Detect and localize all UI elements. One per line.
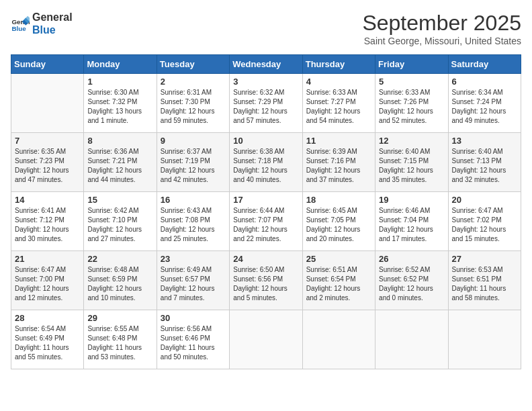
calendar-cell: 20Sunrise: 6:47 AM Sunset: 7:02 PM Dayli… <box>448 192 521 251</box>
day-info: Sunrise: 6:39 AM Sunset: 7:16 PM Dayligh… <box>306 147 371 185</box>
day-info: Sunrise: 6:47 AM Sunset: 7:00 PM Dayligh… <box>15 265 80 303</box>
day-number: 29 <box>87 313 152 323</box>
day-number: 9 <box>161 136 226 146</box>
calendar-header-row: SundayMondayTuesdayWednesdayThursdayFrid… <box>11 55 521 74</box>
day-info: Sunrise: 6:31 AM Sunset: 7:30 PM Dayligh… <box>161 88 226 126</box>
day-number: 11 <box>306 136 371 146</box>
calendar-cell: 1Sunrise: 6:30 AM Sunset: 7:32 PM Daylig… <box>84 74 157 133</box>
day-number: 16 <box>161 195 226 205</box>
calendar-cell: 26Sunrise: 6:52 AM Sunset: 6:52 PM Dayli… <box>375 251 448 310</box>
calendar-week-row: 14Sunrise: 6:41 AM Sunset: 7:12 PM Dayli… <box>11 192 521 251</box>
calendar-cell: 19Sunrise: 6:46 AM Sunset: 7:04 PM Dayli… <box>375 192 448 251</box>
day-info: Sunrise: 6:50 AM Sunset: 6:56 PM Dayligh… <box>233 265 298 303</box>
calendar-cell: 4Sunrise: 6:33 AM Sunset: 7:27 PM Daylig… <box>302 74 375 133</box>
day-number: 13 <box>452 136 517 146</box>
day-number: 26 <box>379 254 444 264</box>
calendar-cell: 21Sunrise: 6:47 AM Sunset: 7:00 PM Dayli… <box>11 251 84 310</box>
day-info: Sunrise: 6:40 AM Sunset: 7:13 PM Dayligh… <box>452 147 517 185</box>
day-info: Sunrise: 6:37 AM Sunset: 7:19 PM Dayligh… <box>161 147 226 185</box>
weekday-header: Sunday <box>11 55 84 74</box>
day-info: Sunrise: 6:34 AM Sunset: 7:24 PM Dayligh… <box>452 88 517 126</box>
page-header: General Blue General Blue September 2025… <box>11 11 521 46</box>
day-number: 25 <box>306 254 371 264</box>
day-number: 15 <box>87 195 152 205</box>
calendar-cell: 13Sunrise: 6:40 AM Sunset: 7:13 PM Dayli… <box>448 133 521 192</box>
calendar-cell <box>230 310 302 369</box>
day-number: 21 <box>15 254 80 264</box>
day-info: Sunrise: 6:55 AM Sunset: 6:48 PM Dayligh… <box>87 324 152 362</box>
month-title: September 2025 <box>362 11 521 36</box>
day-info: Sunrise: 6:33 AM Sunset: 7:26 PM Dayligh… <box>379 88 444 126</box>
day-info: Sunrise: 6:56 AM Sunset: 6:46 PM Dayligh… <box>161 324 226 362</box>
title-block: September 2025 Saint George, Missouri, U… <box>362 11 521 46</box>
day-info: Sunrise: 6:46 AM Sunset: 7:04 PM Dayligh… <box>379 206 444 244</box>
calendar-cell: 10Sunrise: 6:38 AM Sunset: 7:18 PM Dayli… <box>230 133 302 192</box>
day-number: 27 <box>452 254 517 264</box>
weekday-header: Saturday <box>448 55 521 74</box>
day-number: 20 <box>452 195 517 205</box>
calendar-cell: 29Sunrise: 6:55 AM Sunset: 6:48 PM Dayli… <box>84 310 157 369</box>
day-info: Sunrise: 6:41 AM Sunset: 7:12 PM Dayligh… <box>15 206 80 244</box>
day-info: Sunrise: 6:36 AM Sunset: 7:21 PM Dayligh… <box>87 147 152 185</box>
logo-icon: General Blue <box>11 14 30 33</box>
calendar-cell: 25Sunrise: 6:51 AM Sunset: 6:54 PM Dayli… <box>302 251 375 310</box>
calendar-week-row: 1Sunrise: 6:30 AM Sunset: 7:32 PM Daylig… <box>11 74 521 133</box>
day-number: 7 <box>15 136 80 146</box>
calendar-cell: 12Sunrise: 6:40 AM Sunset: 7:15 PM Dayli… <box>375 133 448 192</box>
day-number: 5 <box>379 77 444 87</box>
day-info: Sunrise: 6:54 AM Sunset: 6:49 PM Dayligh… <box>15 324 80 362</box>
calendar-table: SundayMondayTuesdayWednesdayThursdayFrid… <box>11 54 521 369</box>
calendar-body: 1Sunrise: 6:30 AM Sunset: 7:32 PM Daylig… <box>11 74 521 369</box>
day-number: 17 <box>233 195 298 205</box>
calendar-cell: 15Sunrise: 6:42 AM Sunset: 7:10 PM Dayli… <box>84 192 157 251</box>
day-number: 24 <box>233 254 298 264</box>
calendar-cell <box>302 310 375 369</box>
day-number: 18 <box>306 195 371 205</box>
day-info: Sunrise: 6:32 AM Sunset: 7:29 PM Dayligh… <box>233 88 298 126</box>
calendar-cell: 8Sunrise: 6:36 AM Sunset: 7:21 PM Daylig… <box>84 133 157 192</box>
calendar-cell <box>448 310 521 369</box>
day-number: 3 <box>233 77 298 87</box>
day-info: Sunrise: 6:38 AM Sunset: 7:18 PM Dayligh… <box>233 147 298 185</box>
day-info: Sunrise: 6:47 AM Sunset: 7:02 PM Dayligh… <box>452 206 517 244</box>
calendar-cell: 30Sunrise: 6:56 AM Sunset: 6:46 PM Dayli… <box>157 310 229 369</box>
day-number: 2 <box>161 77 226 87</box>
day-number: 4 <box>306 77 371 87</box>
day-info: Sunrise: 6:44 AM Sunset: 7:07 PM Dayligh… <box>233 206 298 244</box>
day-info: Sunrise: 6:43 AM Sunset: 7:08 PM Dayligh… <box>161 206 226 244</box>
calendar-week-row: 28Sunrise: 6:54 AM Sunset: 6:49 PM Dayli… <box>11 310 521 369</box>
day-number: 6 <box>452 77 517 87</box>
day-number: 30 <box>161 313 226 323</box>
day-number: 22 <box>87 254 152 264</box>
calendar-cell: 23Sunrise: 6:49 AM Sunset: 6:57 PM Dayli… <box>157 251 229 310</box>
day-info: Sunrise: 6:49 AM Sunset: 6:57 PM Dayligh… <box>161 265 226 303</box>
location-title: Saint George, Missouri, United States <box>362 36 521 46</box>
day-number: 12 <box>379 136 444 146</box>
calendar-cell <box>375 310 448 369</box>
weekday-header: Monday <box>84 55 157 74</box>
day-number: 28 <box>15 313 80 323</box>
calendar-cell: 27Sunrise: 6:53 AM Sunset: 6:51 PM Dayli… <box>448 251 521 310</box>
calendar-cell: 22Sunrise: 6:48 AM Sunset: 6:59 PM Dayli… <box>84 251 157 310</box>
calendar-cell: 14Sunrise: 6:41 AM Sunset: 7:12 PM Dayli… <box>11 192 84 251</box>
day-info: Sunrise: 6:42 AM Sunset: 7:10 PM Dayligh… <box>87 206 152 244</box>
calendar-cell: 28Sunrise: 6:54 AM Sunset: 6:49 PM Dayli… <box>11 310 84 369</box>
calendar-cell: 2Sunrise: 6:31 AM Sunset: 7:30 PM Daylig… <box>157 74 229 133</box>
calendar-cell: 18Sunrise: 6:45 AM Sunset: 7:05 PM Dayli… <box>302 192 375 251</box>
logo: General Blue General Blue <box>11 11 73 36</box>
weekday-header: Wednesday <box>230 55 302 74</box>
weekday-header: Tuesday <box>157 55 229 74</box>
day-number: 10 <box>233 136 298 146</box>
day-number: 8 <box>87 136 152 146</box>
calendar-cell: 6Sunrise: 6:34 AM Sunset: 7:24 PM Daylig… <box>448 74 521 133</box>
calendar-cell: 5Sunrise: 6:33 AM Sunset: 7:26 PM Daylig… <box>375 74 448 133</box>
calendar-cell: 24Sunrise: 6:50 AM Sunset: 6:56 PM Dayli… <box>230 251 302 310</box>
calendar-cell: 3Sunrise: 6:32 AM Sunset: 7:29 PM Daylig… <box>230 74 302 133</box>
weekday-header: Thursday <box>302 55 375 74</box>
calendar-week-row: 7Sunrise: 6:35 AM Sunset: 7:23 PM Daylig… <box>11 133 521 192</box>
day-info: Sunrise: 6:35 AM Sunset: 7:23 PM Dayligh… <box>15 147 80 185</box>
calendar-cell: 17Sunrise: 6:44 AM Sunset: 7:07 PM Dayli… <box>230 192 302 251</box>
calendar-week-row: 21Sunrise: 6:47 AM Sunset: 7:00 PM Dayli… <box>11 251 521 310</box>
calendar-cell <box>11 74 84 133</box>
day-info: Sunrise: 6:48 AM Sunset: 6:59 PM Dayligh… <box>87 265 152 303</box>
